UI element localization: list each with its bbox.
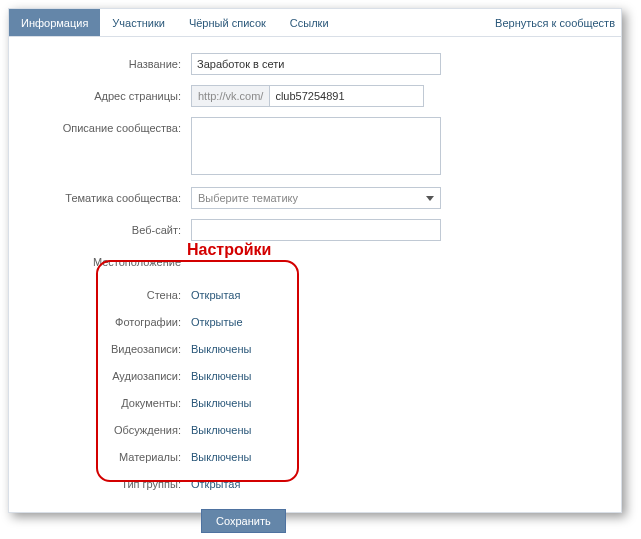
- name-input[interactable]: [191, 53, 441, 75]
- setting-row: Материалы: Выключены: [9, 443, 621, 470]
- setting-value-group-type[interactable]: Открытая: [191, 478, 240, 490]
- setting-value-videos[interactable]: Выключены: [191, 343, 251, 355]
- setting-label: Видеозаписи:: [9, 343, 191, 355]
- setting-row: Обсуждения: Выключены: [9, 416, 621, 443]
- setting-label: Обсуждения:: [9, 424, 191, 436]
- url-prefix: http://vk.com/: [191, 85, 269, 107]
- label-description: Описание сообщества:: [9, 117, 191, 139]
- setting-value-docs[interactable]: Выключены: [191, 397, 251, 409]
- label-name: Название:: [9, 53, 191, 75]
- setting-row: Видеозаписи: Выключены: [9, 335, 621, 362]
- form: Название: Адрес страницы: http://vk.com/…: [9, 37, 621, 533]
- setting-row: Стена: Открытая: [9, 281, 621, 308]
- label-location: Местоположение: [9, 251, 191, 273]
- url-input[interactable]: [269, 85, 424, 107]
- label-website: Веб-сайт:: [9, 219, 191, 241]
- setting-row: Тип группы: Открытая: [9, 470, 621, 497]
- website-input[interactable]: [191, 219, 441, 241]
- tab-info[interactable]: Информация: [9, 9, 100, 36]
- annotation-title: Настройки: [187, 241, 271, 259]
- tab-links[interactable]: Ссылки: [278, 9, 341, 36]
- setting-label: Документы:: [9, 397, 191, 409]
- tab-members[interactable]: Участники: [100, 9, 177, 36]
- setting-row: Аудиозаписи: Выключены: [9, 362, 621, 389]
- setting-label: Материалы:: [9, 451, 191, 463]
- back-to-community-link[interactable]: Вернуться к сообществ: [489, 9, 621, 36]
- settings-list: Стена: Открытая Фотографии: Открытые Вид…: [9, 281, 621, 497]
- setting-value-photos[interactable]: Открытые: [191, 316, 243, 328]
- settings-panel: Информация Участники Чёрный список Ссылк…: [8, 8, 622, 513]
- setting-label: Стена:: [9, 289, 191, 301]
- setting-value-materials[interactable]: Выключены: [191, 451, 251, 463]
- topic-select-value: Выберите тематику: [198, 192, 298, 204]
- label-topic: Тематика сообщества:: [9, 187, 191, 209]
- save-button[interactable]: Сохранить: [201, 509, 286, 533]
- topic-select[interactable]: Выберите тематику: [191, 187, 441, 209]
- setting-label: Тип группы:: [9, 478, 191, 490]
- setting-label: Фотографии:: [9, 316, 191, 328]
- tab-blacklist[interactable]: Чёрный список: [177, 9, 278, 36]
- setting-value-discussions[interactable]: Выключены: [191, 424, 251, 436]
- description-textarea[interactable]: [191, 117, 441, 175]
- tabs-bar: Информация Участники Чёрный список Ссылк…: [9, 9, 621, 37]
- setting-row: Документы: Выключены: [9, 389, 621, 416]
- label-address: Адрес страницы:: [9, 85, 191, 107]
- setting-label: Аудиозаписи:: [9, 370, 191, 382]
- setting-value-wall[interactable]: Открытая: [191, 289, 240, 301]
- setting-value-audio[interactable]: Выключены: [191, 370, 251, 382]
- setting-row: Фотографии: Открытые: [9, 308, 621, 335]
- chevron-down-icon: [426, 196, 434, 201]
